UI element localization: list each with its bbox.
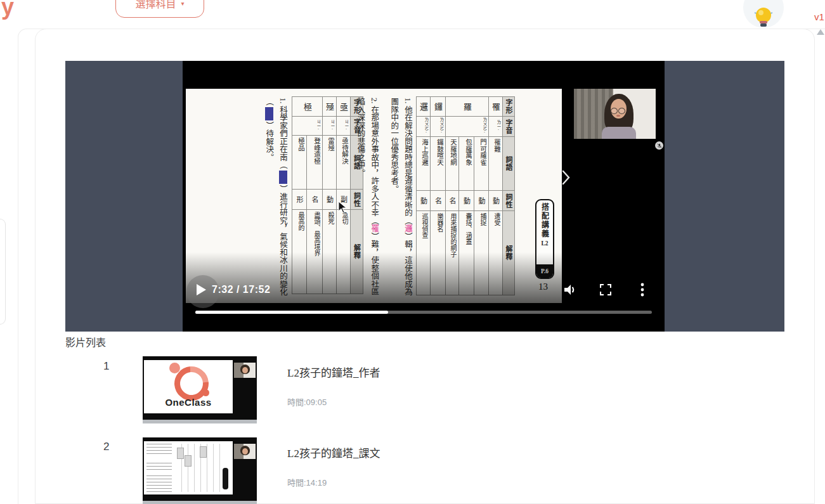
video-surface[interactable]: 1. 科學家們正在南（）進行研究，氣候和冰川的變化（）待解決。 字形亟殛極字音ㄐ… xyxy=(183,61,665,332)
lesson-tag-lesson: L2 xyxy=(541,240,548,247)
version-label: v1 xyxy=(814,11,824,22)
item-number: 1 xyxy=(103,360,109,373)
left-drawer-handle[interactable] xyxy=(0,219,6,325)
fullscreen-icon[interactable] xyxy=(600,284,611,295)
document-lesson-tag xyxy=(223,468,228,489)
video-title[interactable]: L2孩子的鐘塔_課文 xyxy=(287,444,380,460)
mic-muted-button[interactable] xyxy=(655,141,663,150)
chevron-down-icon: ▾ xyxy=(181,0,184,7)
progress-bar[interactable] xyxy=(195,311,652,314)
document-chip xyxy=(185,455,192,467)
subject-select-button[interactable]: 選擇科目 ▾ xyxy=(115,0,204,18)
thumbnail-strip xyxy=(143,501,257,504)
document-gap xyxy=(146,472,172,475)
video-title[interactable]: L2孩子的鐘塔_作者 xyxy=(287,364,380,380)
video-thumbnail[interactable]: OneClass xyxy=(143,356,257,420)
site-logo-partial[interactable]: y xyxy=(1,0,14,20)
person-face xyxy=(242,448,248,455)
glasses-left-lens xyxy=(611,108,618,114)
mouse-cursor xyxy=(338,201,347,214)
thumbnail-webcam xyxy=(234,444,256,459)
thumbnail-strip xyxy=(143,420,257,423)
oneclass-logo-text: OneClass xyxy=(144,397,233,408)
video-list-heading: 影片列表 xyxy=(65,334,106,349)
lightbulb-icon xyxy=(753,0,774,28)
lesson-tag-title: 搭配講義 xyxy=(540,203,550,238)
document-text-lines xyxy=(146,444,172,492)
play-button[interactable] xyxy=(197,284,206,295)
mic-off-icon xyxy=(657,143,662,148)
person-mouth xyxy=(616,115,620,117)
video-player-background: 1. 科學家們正在南（）進行研究，氣候和冰川的變化（）待解決。 字形亟殛極字音ㄐ… xyxy=(65,61,784,332)
person-face xyxy=(242,367,248,373)
video-duration: 時間:14:19 xyxy=(287,476,327,488)
person-hoodie xyxy=(602,127,636,139)
volume-icon[interactable] xyxy=(563,283,577,296)
more-options-icon[interactable] xyxy=(640,283,644,297)
thumbnail-slide: OneClass xyxy=(144,360,233,413)
time-display: 7:32 / 17:52 xyxy=(212,284,270,295)
item-number: 2 xyxy=(103,441,109,453)
glasses-right-lens xyxy=(618,108,625,114)
subject-select-label: 選擇科目 xyxy=(135,0,176,11)
teacher-webcam xyxy=(574,89,656,139)
thumbnail-document xyxy=(144,441,233,494)
document-chip xyxy=(177,448,184,459)
video-duration: 時間:09:05 xyxy=(287,396,327,408)
thumbnail-webcam xyxy=(234,363,256,378)
oneclass-logo-dot xyxy=(202,389,209,396)
document-chip xyxy=(200,446,207,458)
video-thumbnail[interactable] xyxy=(143,437,257,501)
document-gap xyxy=(146,456,172,460)
lightbulb-button[interactable] xyxy=(743,0,784,28)
progress-fill xyxy=(195,311,388,314)
panel-expand-chevron[interactable] xyxy=(562,170,570,185)
